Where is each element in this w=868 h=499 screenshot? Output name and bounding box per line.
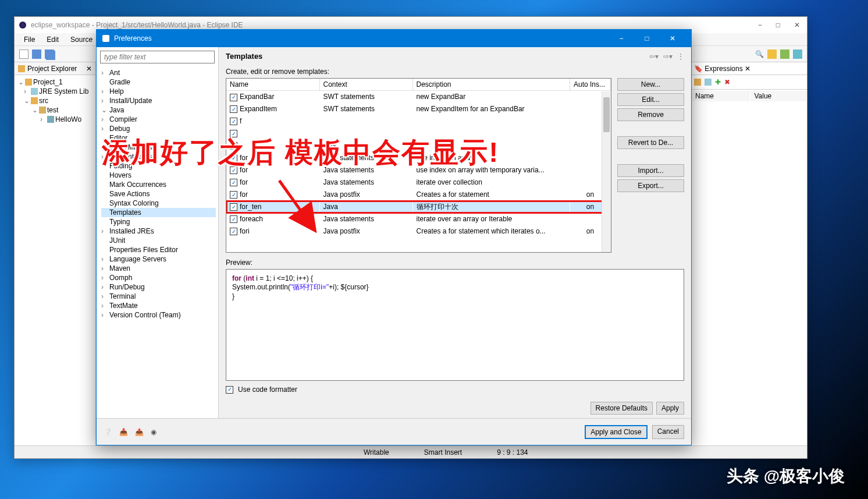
template-row[interactable]: forJava statementsuse index on array wit…	[226, 164, 611, 176]
apply-and-close-button[interactable]: Apply and Close	[585, 425, 647, 439]
expressions-tab[interactable]: 🔖 Expressions ✕	[694, 65, 750, 73]
edit-button[interactable]: Edit...	[617, 93, 684, 106]
close-icon[interactable]: ✕	[86, 65, 92, 73]
checkbox-icon[interactable]	[226, 386, 233, 394]
col-desc[interactable]: Description	[412, 79, 570, 91]
debug-perspective-icon[interactable]	[793, 49, 802, 59]
prefs-tree-item[interactable]: Templates	[101, 208, 216, 217]
checkbox-icon[interactable]	[230, 118, 237, 125]
prefs-tree-item[interactable]: ›Ant	[101, 68, 216, 77]
prefs-tree-item[interactable]: ›Debug	[101, 124, 216, 133]
checkbox-icon[interactable]	[230, 167, 237, 174]
export-prefs-icon[interactable]: 📤	[135, 428, 144, 436]
minimize-button[interactable]: −	[609, 31, 634, 46]
checkbox-icon[interactable]	[230, 215, 237, 223]
project-tree[interactable]: ⌄Project_1 ›JRE System Lib ⌄src ⌄test ›H…	[15, 75, 95, 126]
record-icon[interactable]: ◉	[151, 428, 156, 436]
col-context[interactable]: Context	[319, 79, 412, 91]
checkbox-icon[interactable]	[230, 142, 237, 150]
prefs-tree-item[interactable]: ›TextMate	[101, 301, 216, 310]
maximize-button[interactable]: □	[774, 21, 782, 29]
prefs-tree-item[interactable]: ›Language Servers	[101, 254, 216, 264]
template-row[interactable]: foriJava postfixCreates a for statement …	[226, 225, 611, 238]
filter-input[interactable]	[100, 51, 215, 63]
template-row[interactable]: forJava postfixCreates a for statementon	[226, 189, 611, 201]
prefs-tree-item[interactable]: ›Installed JREs	[101, 227, 216, 236]
prefs-tree[interactable]: ›AntGradle›Help›Install/Update⌄Java›Comp…	[97, 67, 218, 418]
close-button[interactable]: ✕	[792, 21, 802, 29]
menu-edit[interactable]: Edit	[42, 34, 63, 45]
prefs-tree-item[interactable]: ⌄Editor	[101, 133, 216, 143]
prefs-tree-item[interactable]: Hovers	[101, 171, 216, 180]
prefs-tree-item[interactable]: ›Maven	[101, 264, 216, 273]
new-icon[interactable]	[19, 49, 29, 59]
prefs-tree-item[interactable]: Code Minings	[101, 143, 216, 152]
prefs-tree-item[interactable]: ›Compiler	[101, 115, 216, 124]
maximize-button[interactable]: □	[634, 31, 660, 46]
checkbox-icon[interactable]	[230, 105, 237, 113]
back-icon[interactable]: ⇦▾	[649, 52, 659, 61]
expr-icon[interactable]	[705, 79, 712, 86]
prefs-tree-item[interactable]: Syntax Coloring	[101, 199, 216, 208]
prefs-tree-item[interactable]: ›Content Assist	[101, 152, 216, 161]
use-formatter-checkbox[interactable]: Use code formatter	[226, 385, 684, 394]
prefs-tree-item[interactable]: ⌄Java	[101, 105, 216, 115]
close-button[interactable]: ✕	[660, 31, 685, 46]
open-perspective-icon[interactable]	[767, 49, 777, 59]
prefs-tree-item[interactable]: ›Version Control (Team)	[101, 310, 216, 320]
restore-defaults-button[interactable]: Restore Defaults	[590, 402, 653, 415]
prefs-tree-item[interactable]: Mark Occurrences	[101, 180, 216, 189]
prefs-tree-item[interactable]: ›Install/Update	[101, 96, 216, 105]
apply-button[interactable]: Apply	[656, 402, 684, 415]
template-row[interactable]: forJava statementsuse index on array	[226, 152, 611, 164]
minimize-button[interactable]: −	[756, 21, 764, 29]
col-auto[interactable]: Auto Ins...	[570, 79, 611, 91]
col-name[interactable]: Name	[226, 79, 319, 91]
template-row[interactable]: f	[226, 115, 611, 128]
template-row[interactable]: ents	[226, 140, 611, 152]
checkbox-icon[interactable]	[230, 228, 237, 235]
import-button[interactable]: Import...	[617, 164, 684, 177]
save-all-icon[interactable]	[45, 49, 54, 59]
java-perspective-icon[interactable]	[780, 49, 789, 59]
template-row[interactable]: forJava statementsiterate over collectio…	[226, 176, 611, 189]
save-icon[interactable]	[32, 49, 41, 59]
help-icon[interactable]: ❔	[104, 428, 112, 436]
new-button[interactable]: New...	[617, 78, 684, 91]
prefs-tree-item[interactable]: Typing	[101, 217, 216, 227]
template-row[interactable]: ExpandBarSWT statementsnew ExpandBar	[226, 91, 611, 103]
remove-icon[interactable]: ✖	[724, 78, 730, 86]
menu-source[interactable]: Source	[66, 34, 97, 45]
import-prefs-icon[interactable]: 📥	[119, 428, 128, 436]
menu-icon[interactable]: ⋮	[677, 52, 684, 61]
prefs-tree-item[interactable]: Folding	[101, 161, 216, 171]
prefs-tree-item[interactable]: ›Help	[101, 87, 216, 96]
search-icon[interactable]: 🔍	[755, 50, 764, 58]
prefs-tree-item[interactable]: ›Run/Debug	[101, 282, 216, 292]
prefs-tree-item[interactable]: Save Actions	[101, 189, 216, 199]
revert-button[interactable]: Revert to De...	[617, 136, 684, 149]
scrollbar[interactable]	[602, 91, 611, 252]
add-icon[interactable]: ✚	[715, 78, 721, 86]
template-row[interactable]	[226, 128, 611, 140]
prefs-tree-item[interactable]: JUnit	[101, 236, 216, 245]
checkbox-icon[interactable]	[230, 130, 237, 137]
checkbox-icon[interactable]	[230, 191, 237, 199]
checkbox-icon[interactable]	[230, 203, 237, 211]
cancel-button[interactable]: Cancel	[652, 425, 684, 439]
prefs-tree-item[interactable]: ›Oomph	[101, 273, 216, 282]
expr-icon[interactable]	[694, 79, 701, 86]
template-row[interactable]: for_tenJava循环打印十次on	[226, 201, 611, 213]
prefs-tree-item[interactable]: ›Terminal	[101, 292, 216, 301]
templates-table[interactable]: Name Context Description Auto Ins... Exp…	[226, 78, 611, 253]
forward-icon[interactable]: ⇨▾	[663, 52, 673, 61]
checkbox-icon[interactable]	[230, 179, 237, 186]
prefs-tree-item[interactable]: Gradle	[101, 77, 216, 87]
checkbox-icon[interactable]	[230, 154, 237, 162]
template-row[interactable]: ExpandItemSWT statementsnew ExpandItem f…	[226, 103, 611, 115]
export-button[interactable]: Export...	[617, 179, 684, 192]
remove-button[interactable]: Remove	[617, 108, 684, 121]
menu-file[interactable]: File	[19, 34, 40, 45]
checkbox-icon[interactable]	[230, 94, 237, 101]
template-row[interactable]: foreachJava statementsiterate over an ar…	[226, 213, 611, 225]
